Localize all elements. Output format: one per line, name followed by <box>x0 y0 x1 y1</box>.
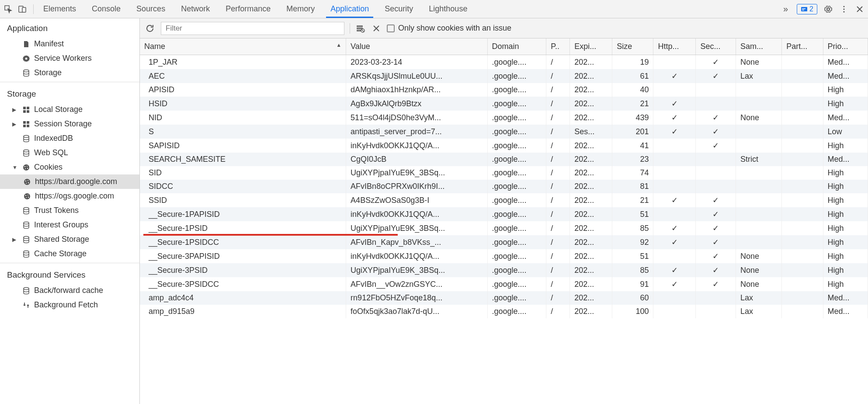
tab-lighthouse[interactable]: Lighthouse <box>421 0 475 18</box>
table-row[interactable]: __Secure-3PSIDUgiXYPjpaIYuE9K_3BSq....go… <box>140 263 868 277</box>
svg-rect-4 <box>802 8 806 9</box>
issues-badge[interactable]: 2 <box>797 4 817 14</box>
sidebar-item-web-sql[interactable]: Web SQL <box>0 146 139 160</box>
device-toggle-icon[interactable] <box>17 4 27 14</box>
cell-domain: .google.... <box>487 166 546 180</box>
cell-priority: Med... <box>823 111 868 125</box>
table-row[interactable]: __Secure-1PSIDCCAFvIBn_Kapv_b8VKss_....g… <box>140 235 868 249</box>
tabs-overflow-icon[interactable]: » <box>778 4 793 14</box>
clear-all-icon[interactable] <box>355 23 366 34</box>
table-row[interactable]: HSIDAgBx9JkAlQrb9Btzx.google..../202...2… <box>140 97 868 111</box>
fetch-icon <box>22 301 31 310</box>
column-header-value[interactable]: Value <box>346 38 487 55</box>
tab-network[interactable]: Network <box>173 0 218 18</box>
cell-size: 60 <box>612 291 653 305</box>
cell-priority: High <box>823 263 868 277</box>
sidebar-item-service-workers[interactable]: Service Workers <box>0 51 139 66</box>
column-header-name[interactable]: Name▲ <box>140 38 346 55</box>
table-row[interactable]: __Secure-1PSIDUgiXYPjpaIYuE9K_3BSq....go… <box>140 221 868 235</box>
table-row[interactable]: NID511=sO4l4jDS0he3VyM....google..../202… <box>140 111 868 125</box>
cell-domain: .google.... <box>487 193 546 207</box>
cell-expires: 202... <box>570 291 612 305</box>
table-row[interactable]: APISIDdAMghiaox1hHznkp/AR....google..../… <box>140 83 868 97</box>
tab-performance[interactable]: Performance <box>218 0 278 18</box>
cell-path: / <box>546 180 570 193</box>
column-header-priority[interactable]: Prio... <box>823 38 868 55</box>
table-row[interactable]: __Secure-1PAPISIDinKyHvdk0OKKJ1QQ/A....g… <box>140 207 868 221</box>
only-issues-label: Only show cookies with an issue <box>398 24 511 33</box>
cell-path: / <box>546 153 570 166</box>
table-row[interactable]: 1P_JAR2023-03-23-14.google..../202...19✓… <box>140 55 868 70</box>
svg-rect-18 <box>23 125 26 127</box>
cell-domain: .google.... <box>487 263 546 277</box>
sidebar-item-label: https://ogs.google.com <box>35 192 114 201</box>
column-header-partition[interactable]: Part... <box>782 38 823 55</box>
sidebar-item-cookies[interactable]: ▼Cookies <box>0 160 139 174</box>
tab-security[interactable]: Security <box>377 0 421 18</box>
cell-value: A4BSzZwOSaS0g3B-I <box>346 193 487 207</box>
cell-secure: ✓ <box>696 111 736 125</box>
cell-value: 2023-03-23-14 <box>346 55 487 70</box>
table-row[interactable]: __Secure-3PAPISIDinKyHvdk0OKKJ1QQ/A....g… <box>140 249 868 263</box>
column-header-samesite[interactable]: Sam... <box>736 38 782 55</box>
table-row[interactable]: SIDCCAFvIBn8oCPRXw0IKrh9I....google..../… <box>140 180 868 193</box>
sidebar-item-label: Trust Tokens <box>34 206 79 215</box>
delete-icon[interactable] <box>371 23 382 34</box>
kebab-menu-icon[interactable] <box>839 4 849 14</box>
sidebar-item-local-storage[interactable]: ▶Local Storage <box>0 102 139 117</box>
tab-memory[interactable]: Memory <box>278 0 323 18</box>
tab-elements[interactable]: Elements <box>35 0 84 18</box>
sidebar-item-storage[interactable]: Storage <box>0 66 139 80</box>
svg-point-22 <box>23 164 29 171</box>
table-row[interactable]: AECARSKqsJjjUSlmuLe0UU....google..../202… <box>140 69 868 83</box>
sidebar-item-back-forward-cache[interactable]: Back/forward cache <box>0 283 139 298</box>
sidebar-item-label: Cache Storage <box>34 249 87 258</box>
column-header-size[interactable]: Size <box>612 38 653 55</box>
cell-expires: 202... <box>570 305 612 318</box>
header-tabs: ElementsConsoleSourcesNetworkPerformance… <box>35 0 778 18</box>
cell-value: AgBx9JkAlQrb9Btzx <box>346 97 487 111</box>
sidebar-item-https-ogs-google-com[interactable]: https://ogs.google.com <box>0 189 139 203</box>
header-right: 2 <box>793 4 865 14</box>
inspect-icon[interactable] <box>3 4 13 14</box>
tab-application[interactable]: Application <box>323 0 377 18</box>
sidebar-item-indexeddb[interactable]: IndexedDB <box>0 131 139 146</box>
application-sidebar: ApplicationManifestService WorkersStorag… <box>0 18 140 404</box>
close-devtools-icon[interactable] <box>855 4 865 14</box>
refresh-icon[interactable] <box>144 23 156 34</box>
sidebar-item-session-storage[interactable]: ▶Session Storage <box>0 117 139 131</box>
sidebar-item-shared-storage[interactable]: ▶Shared Storage <box>0 232 139 247</box>
cell-size: 91 <box>612 277 653 291</box>
sidebar-item-cache-storage[interactable]: Cache Storage <box>0 247 139 261</box>
cell-value: inKyHvdk0OKKJ1QQ/A... <box>346 139 487 153</box>
column-header-expires[interactable]: Expi... <box>570 38 612 55</box>
tab-console[interactable]: Console <box>84 0 128 18</box>
sidebar-item-trust-tokens[interactable]: Trust Tokens <box>0 203 139 218</box>
column-header-secure[interactable]: Sec... <box>696 38 736 55</box>
table-row[interactable]: SIDUgiXYPjpaIYuE9K_3BSq....google..../20… <box>140 166 868 180</box>
only-issues-checkbox[interactable]: Only show cookies with an issue <box>387 24 511 33</box>
sidebar-item-background-fetch[interactable]: Background Fetch <box>0 298 139 312</box>
column-header-path[interactable]: P.. <box>546 38 570 55</box>
table-row[interactable]: Santipasti_server_prod=7....google..../S… <box>140 125 868 139</box>
table-row[interactable]: __Secure-3PSIDCCAFvIBn__vOw2znGSYC....go… <box>140 277 868 291</box>
cell-name: __Secure-3PSIDCC <box>140 277 346 291</box>
cell-size: 41 <box>612 139 653 153</box>
cell-path: / <box>546 83 570 97</box>
table-row[interactable]: SAPISIDinKyHvdk0OKKJ1QQ/A....google..../… <box>140 139 868 153</box>
settings-icon[interactable] <box>823 4 833 14</box>
sidebar-item-https-bard-google-com[interactable]: https://bard.google.com <box>0 174 139 189</box>
table-row[interactable]: SEARCH_SAMESITECgQI0JcB.google..../202..… <box>140 153 868 166</box>
column-header-domain[interactable]: Domain <box>487 38 546 55</box>
sidebar-item-manifest[interactable]: Manifest <box>0 37 139 51</box>
table-row[interactable]: amp_adc4c4rn912FbO5HZvFoqe18q....google.… <box>140 291 868 305</box>
tab-sources[interactable]: Sources <box>128 0 173 18</box>
sidebar-item-interest-groups[interactable]: Interest Groups <box>0 218 139 232</box>
table-row[interactable]: amp_d915a9foOfx5qjk3ao7lak7d-qU....googl… <box>140 305 868 318</box>
file-icon <box>22 40 31 49</box>
column-header-httponly[interactable]: Http... <box>653 38 696 55</box>
cell-httponly: ✓ <box>653 277 696 291</box>
cell-samesite <box>736 125 782 139</box>
table-row[interactable]: SSIDA4BSzZwOSaS0g3B-I.google..../202...2… <box>140 193 868 207</box>
filter-input[interactable] <box>161 22 344 35</box>
